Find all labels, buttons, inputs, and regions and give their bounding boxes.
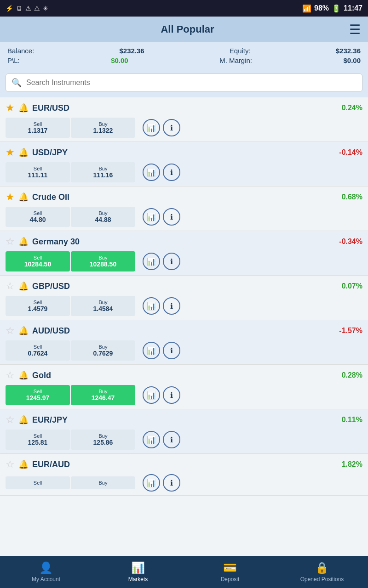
search-input[interactable] xyxy=(26,79,356,87)
chart-button[interactable]: 📊 xyxy=(143,253,160,270)
star-icon[interactable]: ★ xyxy=(6,102,15,114)
clock: 11:47 xyxy=(344,4,362,12)
chart-button[interactable]: 📊 xyxy=(143,119,160,136)
info-button[interactable]: ℹ xyxy=(163,431,180,448)
chart-button[interactable]: 📊 xyxy=(143,386,160,404)
instrument-name: EUR/AUD xyxy=(32,460,70,469)
info-button[interactable]: ℹ xyxy=(163,164,180,181)
sell-button[interactable]: Sell 1.1317 xyxy=(6,118,70,138)
instrument-name: Gold xyxy=(32,371,51,380)
pl-value: $0.00 xyxy=(111,57,128,64)
star-status-icon: ✳ xyxy=(43,5,48,12)
header: All Popular ☰ xyxy=(0,17,368,42)
sell-button[interactable]: Sell 10284.50 xyxy=(6,251,70,271)
info-button[interactable]: ℹ xyxy=(163,297,180,315)
instrument-name: Germany 30 xyxy=(32,237,80,247)
balance-label: Balance: xyxy=(7,47,34,55)
instrument-list: ★ 🔔 EUR/USD 0.24% Sell 1.1317 Buy 1.1322… xyxy=(0,97,368,496)
info-button[interactable]: ℹ xyxy=(163,474,180,492)
battery-icon: 🔋 xyxy=(332,4,341,13)
list-item: ☆ 🔔 Gold 0.28% Sell 1245.97 Buy 1246.47 … xyxy=(0,365,368,409)
page-title: All Popular xyxy=(26,23,349,35)
sell-button[interactable]: Sell 1245.97 xyxy=(6,385,70,405)
chart-button[interactable]: 📊 xyxy=(143,208,160,226)
search-container: 🔍 xyxy=(0,70,368,97)
bell-icon[interactable]: 🔔 xyxy=(18,459,29,469)
margin-label: M. Margin: xyxy=(219,57,252,64)
buy-button[interactable]: Buy xyxy=(71,476,135,489)
buy-button[interactable]: Buy 1246.47 xyxy=(71,385,135,405)
buy-button[interactable]: Buy 10288.50 xyxy=(71,251,135,271)
buy-button[interactable]: Buy 111.16 xyxy=(71,162,135,182)
list-item: ★ 🔔 USD/JPY -0.14% Sell 111.11 Buy 111.1… xyxy=(0,142,368,187)
screen-icon: 🖥 xyxy=(16,5,23,12)
list-item: ★ 🔔 Crude Oil 0.68% Sell 44.80 Buy 44.88… xyxy=(0,187,368,231)
star-icon[interactable]: ★ xyxy=(6,147,15,158)
sell-button[interactable]: Sell 44.80 xyxy=(6,207,70,227)
chart-button[interactable]: 📊 xyxy=(143,474,160,492)
instrument-header-1: ★ 🔔 USD/JPY -0.14% xyxy=(6,147,362,158)
list-item: ☆ 🔔 AUD/USD -1.57% Sell 0.7624 Buy 0.762… xyxy=(0,320,368,365)
search-icon: 🔍 xyxy=(12,78,22,88)
bell-icon[interactable]: 🔔 xyxy=(18,192,29,202)
chart-button[interactable]: 📊 xyxy=(143,342,160,359)
sell-button[interactable]: Sell xyxy=(6,476,70,489)
chart-button[interactable]: 📊 xyxy=(143,164,160,181)
instrument-pct: 0.28% xyxy=(342,371,362,379)
sell-button[interactable]: Sell 125.81 xyxy=(6,430,70,450)
instrument-pct: 1.82% xyxy=(342,460,362,469)
bell-icon[interactable]: 🔔 xyxy=(18,103,29,113)
instrument-pct: 0.24% xyxy=(342,104,362,112)
star-icon[interactable]: ☆ xyxy=(6,236,15,248)
buy-button[interactable]: Buy 1.4584 xyxy=(71,296,135,316)
menu-button[interactable]: ☰ xyxy=(349,22,361,37)
buy-button[interactable]: Buy 1.1322 xyxy=(71,118,135,138)
instrument-pct: -0.34% xyxy=(339,237,362,246)
warning-icon-2: ⚠ xyxy=(34,5,40,12)
warning-icon-1: ⚠ xyxy=(25,5,31,12)
instrument-pct: 0.07% xyxy=(342,282,362,290)
list-item: ★ 🔔 EUR/USD 0.24% Sell 1.1317 Buy 1.1322… xyxy=(0,97,368,142)
instrument-pct: -1.57% xyxy=(339,327,362,335)
instrument-header-8: ☆ 🔔 EUR/AUD 1.82% xyxy=(6,458,362,470)
chart-button[interactable]: 📊 xyxy=(143,431,160,448)
star-icon[interactable]: ★ xyxy=(6,191,15,203)
instrument-pct: 0.68% xyxy=(342,193,362,201)
info-button[interactable]: ℹ xyxy=(163,386,180,404)
info-button[interactable]: ℹ xyxy=(163,208,180,226)
instrument-header-5: ☆ 🔔 AUD/USD -1.57% xyxy=(6,325,362,337)
instrument-name: EUR/JPY xyxy=(32,415,68,425)
wifi-icon: 📶 xyxy=(302,4,311,13)
instrument-buttons: Sell 1.4579 Buy 1.4584 📊 ℹ xyxy=(6,296,362,316)
star-icon[interactable]: ☆ xyxy=(6,369,15,381)
status-right: 📶 98% 🔋 11:47 xyxy=(302,4,362,13)
instrument-pct: 0.11% xyxy=(342,416,362,424)
bell-icon[interactable]: 🔔 xyxy=(18,326,29,336)
sell-button[interactable]: Sell 0.7624 xyxy=(6,340,70,361)
bell-icon[interactable]: 🔔 xyxy=(18,281,29,291)
bell-icon[interactable]: 🔔 xyxy=(18,147,29,158)
star-icon[interactable]: ☆ xyxy=(6,458,15,470)
bell-icon[interactable]: 🔔 xyxy=(18,370,29,380)
chart-button[interactable]: 📊 xyxy=(143,297,160,315)
balance-row: Balance: $232.36 Equity: $232.36 xyxy=(7,47,361,55)
buy-button[interactable]: Buy 0.7629 xyxy=(71,340,135,361)
instrument-header-6: ☆ 🔔 Gold 0.28% xyxy=(6,369,362,381)
instrument-name: GBP/USD xyxy=(32,282,70,291)
info-button[interactable]: ℹ xyxy=(163,119,180,136)
sell-button[interactable]: Sell 1.4579 xyxy=(6,296,70,316)
info-button[interactable]: ℹ xyxy=(163,342,180,359)
star-icon[interactable]: ☆ xyxy=(6,325,15,337)
star-icon[interactable]: ☆ xyxy=(6,414,15,426)
buy-button[interactable]: Buy 44.88 xyxy=(71,207,135,227)
pl-row: P\L: $0.00 M. Margin: $0.00 xyxy=(7,57,361,64)
instrument-buttons: Sell 0.7624 Buy 0.7629 📊 ℹ xyxy=(6,340,362,361)
instrument-buttons: Sell 44.80 Buy 44.88 📊 ℹ xyxy=(6,207,362,227)
bell-icon[interactable]: 🔔 xyxy=(18,415,29,425)
sell-button[interactable]: Sell 111.11 xyxy=(6,162,70,182)
bell-icon[interactable]: 🔔 xyxy=(18,237,29,247)
instrument-buttons: Sell 10284.50 Buy 10288.50 📊 ℹ xyxy=(6,251,362,271)
star-icon[interactable]: ☆ xyxy=(6,280,15,292)
info-button[interactable]: ℹ xyxy=(163,253,180,270)
buy-button[interactable]: Buy 125.86 xyxy=(71,430,135,450)
